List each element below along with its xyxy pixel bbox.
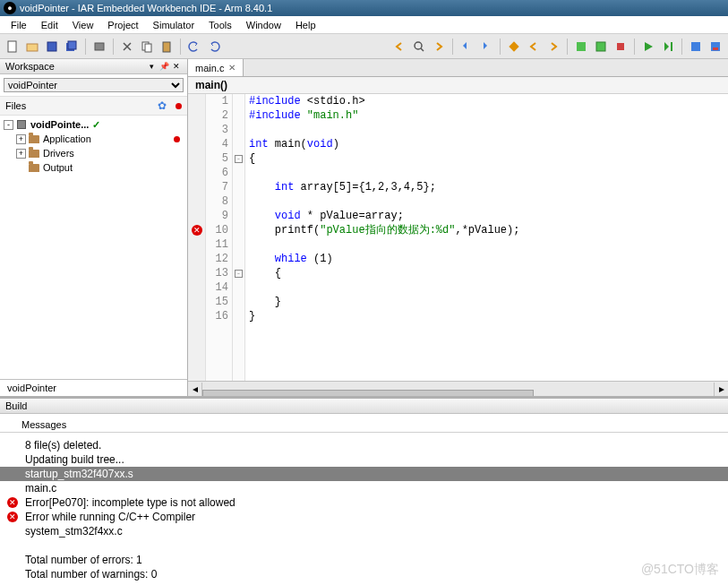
menu-view[interactable]: View	[65, 18, 101, 32]
tab-label: main.c	[195, 63, 224, 73]
editor-tabs: main.c ✕	[188, 59, 728, 77]
svg-line-10	[421, 48, 424, 51]
code-content[interactable]: #include <stdio.h>#include "main.h"int m…	[245, 94, 728, 381]
horizontal-scrollbar[interactable]: ◂ ▸	[188, 381, 728, 396]
title-bar: ● voidPointer - IAR Embedded Workbench I…	[0, 0, 728, 16]
svg-rect-13	[596, 42, 605, 51]
save-all-icon[interactable]	[63, 38, 81, 56]
nav-fwd-icon[interactable]	[430, 38, 448, 56]
build-message-row[interactable]: system_stm32f4xx.c	[0, 524, 728, 538]
code-line[interactable]: void * pValue=array;	[249, 209, 724, 223]
code-line[interactable]	[249, 194, 724, 209]
pin-icon[interactable]: 📌	[158, 61, 169, 72]
code-line[interactable]: while (1)	[249, 252, 724, 266]
build-message-row[interactable]: ✕Error[Pe070]: incomplete type is not al…	[0, 495, 728, 510]
check-icon: ✓	[92, 119, 100, 131]
download-icon[interactable]	[687, 38, 705, 56]
new-file-icon[interactable]	[4, 38, 21, 56]
red-dot-icon	[174, 136, 180, 142]
svg-rect-12	[577, 42, 586, 51]
close-icon[interactable]: ✕	[228, 63, 236, 73]
menu-window[interactable]: Window	[239, 18, 288, 32]
folder-icon	[28, 161, 40, 174]
nav-back2-icon[interactable]	[525, 38, 543, 56]
code-line[interactable]: {	[249, 151, 724, 166]
tree-node[interactable]: -voidPointe...✓	[0, 117, 187, 132]
expander-icon[interactable]: +	[16, 149, 26, 159]
menu-help[interactable]: Help	[288, 18, 323, 32]
fold-icon[interactable]: -	[235, 270, 243, 278]
nav-back-icon[interactable]	[390, 38, 408, 56]
menu-project[interactable]: Project	[100, 18, 145, 32]
menu-file[interactable]: File	[4, 18, 34, 32]
close-icon[interactable]: ✕	[171, 61, 182, 72]
open-icon[interactable]	[23, 38, 41, 56]
separator	[500, 39, 501, 55]
function-bar: main()	[188, 77, 728, 94]
tree-node[interactable]: +Drivers	[0, 146, 187, 160]
build-message-row[interactable]: Total number of warnings: 0	[0, 567, 728, 581]
save-icon[interactable]	[43, 38, 61, 56]
make-icon[interactable]	[592, 38, 610, 56]
debug-step-icon[interactable]	[659, 38, 677, 56]
code-line[interactable]	[249, 280, 724, 295]
build-messages: Messages 8 file(s) deleted.Updating buil…	[0, 414, 728, 585]
nav-fwd2-icon[interactable]	[544, 38, 562, 56]
code-area[interactable]: ✕ 12345678910111213141516 -- #include <s…	[188, 94, 728, 381]
download2-icon[interactable]	[707, 38, 724, 56]
code-line[interactable]	[249, 123, 724, 137]
redo-icon[interactable]	[205, 38, 223, 56]
undo-icon[interactable]	[185, 38, 203, 56]
menu-tools[interactable]: Tools	[201, 18, 239, 32]
file-tree: -voidPointe...✓+Application+DriversOutpu…	[0, 116, 187, 379]
find-icon[interactable]	[410, 38, 428, 56]
build-message-row[interactable]: Total number of errors: 1	[0, 553, 728, 567]
code-line[interactable]: #include "main.h"	[249, 108, 724, 123]
print-icon[interactable]	[90, 38, 108, 56]
separator	[452, 39, 453, 55]
expander-icon[interactable]: -	[4, 120, 13, 130]
tab-main-c[interactable]: main.c ✕	[188, 59, 244, 76]
tree-node[interactable]: Output	[0, 160, 187, 175]
code-line[interactable]: }	[249, 295, 724, 309]
copy-icon[interactable]	[138, 38, 156, 56]
tree-node[interactable]: +Application	[0, 132, 187, 146]
code-line[interactable]: int main(void)	[249, 137, 724, 151]
breakpoint-icon[interactable]	[505, 38, 523, 56]
bookmark-next-icon[interactable]	[477, 38, 495, 56]
project-select[interactable]: voidPointer	[4, 78, 184, 92]
build-message-row[interactable]: main.c	[0, 481, 728, 495]
build-message-row[interactable]: startup_stm32f407xx.s	[0, 467, 728, 481]
separator	[180, 39, 181, 55]
code-line[interactable]: }	[249, 309, 724, 323]
paste-icon[interactable]	[158, 38, 176, 56]
code-line[interactable]: printf("pValue指向的数据为:%d",*pValue);	[249, 223, 724, 237]
project-icon	[15, 118, 28, 131]
menu-simulator[interactable]: Simulator	[146, 18, 201, 32]
message-text: startup_stm32f407xx.s	[21, 468, 724, 480]
stop-build-icon[interactable]	[612, 38, 630, 56]
workspace-header: Workspace ▾ 📌 ✕	[0, 59, 187, 74]
code-line[interactable]: int array[5]={1,2,3,4,5};	[249, 180, 724, 194]
menu-edit[interactable]: Edit	[34, 18, 65, 32]
gear-icon[interactable]: ✿	[158, 99, 167, 112]
code-line[interactable]	[249, 237, 724, 252]
expander-icon[interactable]: +	[16, 134, 26, 144]
cut-icon[interactable]	[118, 38, 136, 56]
error-icon[interactable]: ✕	[192, 225, 202, 236]
build-message-row[interactable]: 8 file(s) deleted.	[0, 438, 728, 452]
build-message-row[interactable]: ✕Error while running C/C++ Compiler	[0, 510, 728, 524]
code-line[interactable]	[249, 166, 724, 180]
build-message-row[interactable]	[0, 538, 728, 553]
workspace-tab[interactable]: voidPointer	[0, 379, 187, 396]
bookmark-prev-icon[interactable]	[458, 38, 475, 56]
dropdown-icon[interactable]: ▾	[146, 61, 157, 72]
fold-icon[interactable]: -	[235, 155, 243, 163]
files-label: Files	[5, 100, 158, 111]
message-text: main.c	[21, 482, 724, 495]
compile-icon[interactable]	[572, 38, 590, 56]
code-line[interactable]: #include <stdio.h>	[249, 94, 724, 108]
debug-run-icon[interactable]	[639, 38, 657, 56]
code-line[interactable]: {	[249, 266, 724, 280]
build-message-row[interactable]: Updating build tree...	[0, 452, 728, 467]
